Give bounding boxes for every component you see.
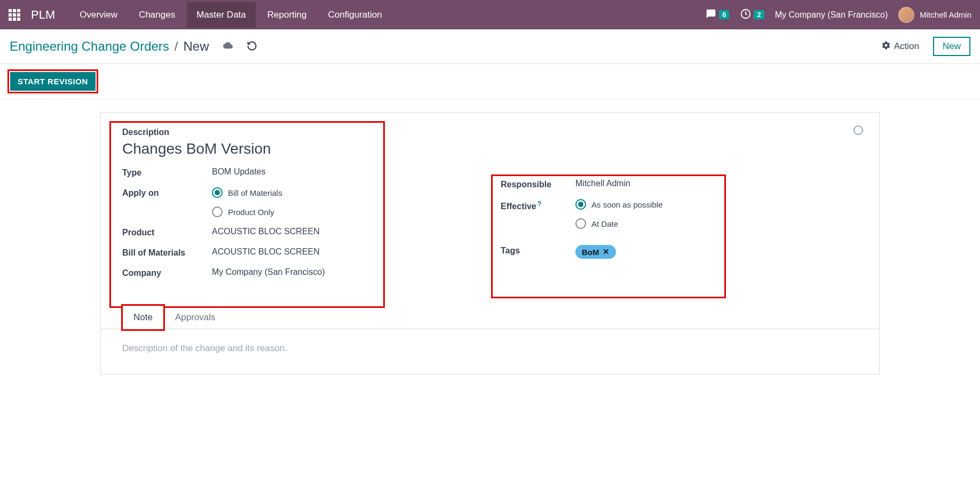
label-apply-on: Apply on [122,187,212,198]
highlight-box-right [491,174,726,298]
control-bar: Engineering Change Orders / New Action N… [0,29,980,64]
tag-text: BoM [582,248,599,257]
apps-icon[interactable] [9,9,20,21]
field-bom[interactable]: ACOUSTIC BLOC SCREEN [212,247,320,257]
radio-apply-on-product[interactable]: Product Only [212,207,282,217]
clock-badge: 2 [754,10,764,19]
radio-circle-icon [575,199,586,210]
brand-title[interactable]: PLM [31,8,55,22]
radio-label: Bill of Materials [228,188,282,197]
label-bom: Bill of Materials [122,247,212,258]
nav-item-master-data[interactable]: Master Data [187,2,256,28]
chat-icon [705,9,717,21]
sheet-area: Description Changes BoM Version Type BOM… [0,99,980,375]
radio-effective-atdate[interactable]: At Date [575,218,662,229]
start-revision-button[interactable]: START REVISION [10,72,96,91]
radio-apply-on-bom[interactable]: Bill of Materials [212,187,282,198]
label-product: Product [122,227,212,237]
field-tags[interactable]: BoM ✕ [575,245,616,259]
top-nav: PLM Overview Changes Master Data Reporti… [0,0,980,29]
new-button[interactable]: New [933,37,970,56]
nav-item-reporting[interactable]: Reporting [258,2,317,28]
breadcrumb-current: New [184,39,209,54]
label-responsible: Responsible [501,179,575,189]
chat-badge: 6 [719,10,729,19]
radio-label: Product Only [228,208,274,217]
discard-icon[interactable] [247,41,257,53]
label-type: Type [122,167,212,178]
tab-note[interactable]: Note [122,305,164,329]
breadcrumb-separator: / [175,39,178,54]
start-revision-highlight: START REVISION [7,69,98,93]
nav-item-overview[interactable]: Overview [70,2,127,28]
form-right-column: Responsible Mitchell Admin Effective? As… [501,128,858,288]
radio-circle-icon [212,187,223,198]
tab-approvals[interactable]: Approvals [164,305,227,329]
field-company[interactable]: My Company (San Francisco) [212,267,325,277]
field-responsible[interactable]: Mitchell Admin [575,179,630,188]
radio-circle-icon [212,207,223,217]
action-menu[interactable]: Action [881,41,919,53]
help-icon[interactable]: ? [538,200,541,208]
form-left-column: Description Changes BoM Version Type BOM… [122,128,479,288]
field-apply-on: Bill of Materials Product Only [212,187,282,217]
label-company: Company [122,267,212,278]
tag-remove-icon[interactable]: ✕ [603,247,610,257]
radio-label: As soon as possible [591,200,662,209]
breadcrumb: Engineering Change Orders / New [10,39,209,54]
status-bar: START REVISION [0,64,980,99]
field-product[interactable]: ACOUSTIC BLOC SCREEN [212,227,320,236]
activities-button[interactable]: 2 [740,8,764,21]
tag-pill: BoM ✕ [575,245,616,259]
user-menu[interactable]: Mitchell Admin [898,7,971,23]
note-placeholder: Description of the change and its reason… [122,343,858,354]
messaging-button[interactable]: 6 [705,9,729,21]
action-label: Action [894,41,919,52]
nav-item-configuration[interactable]: Configuration [318,2,391,28]
nav-menu: Overview Changes Master Data Reporting C… [70,2,391,28]
nav-item-changes[interactable]: Changes [129,2,185,28]
label-effective: Effective? [501,199,575,211]
notebook-tabs: Note Approvals [101,305,879,329]
label-description: Description [122,128,479,137]
gear-icon [881,41,891,53]
label-tags: Tags [501,245,575,256]
field-type[interactable]: BOM Updates [212,167,265,177]
field-description[interactable]: Changes BoM Version [122,140,479,157]
company-selector[interactable]: My Company (San Francisco) [775,10,888,20]
cloud-unsaved-icon[interactable] [222,41,234,53]
breadcrumb-root[interactable]: Engineering Change Orders [10,39,169,54]
clock-icon [740,8,752,21]
radio-label: At Date [591,219,618,228]
user-name: Mitchell Admin [920,10,971,19]
nav-right: 6 2 My Company (San Francisco) Mitchell … [705,7,971,23]
avatar [898,7,914,23]
field-effective: As soon as possible At Date [575,199,662,229]
radio-circle-icon [575,218,586,229]
radio-effective-asap[interactable]: As soon as possible [575,199,662,210]
tab-content-note[interactable]: Description of the change and its reason… [122,329,858,368]
form-sheet: Description Changes BoM Version Type BOM… [100,112,880,375]
